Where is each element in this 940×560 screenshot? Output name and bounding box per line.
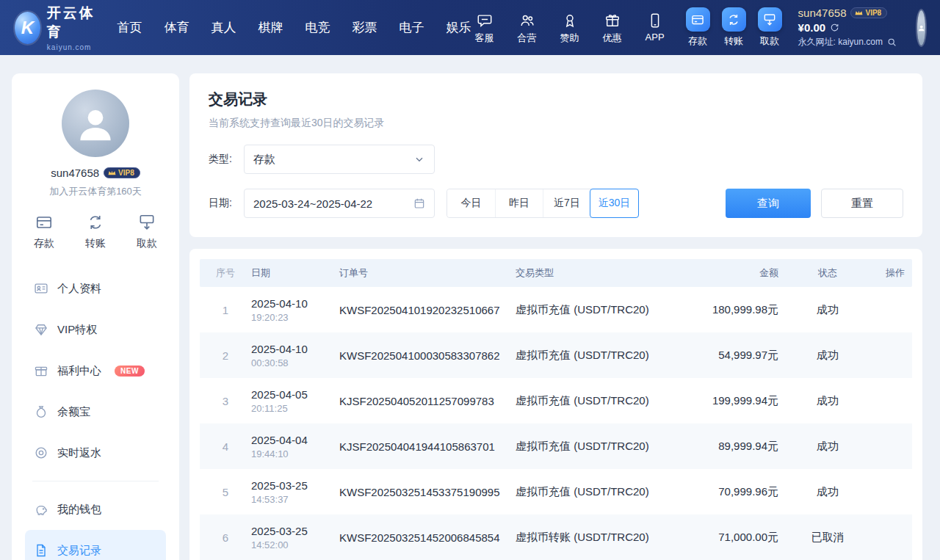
wallet-actions: 存款 转账 取款 [686, 7, 782, 48]
filter-panel: 交易记录 当前系统支持查询最近30日的交易记录 类型: 存款 日期: 2025-… [189, 73, 922, 237]
nav-home[interactable]: 首页 [118, 19, 142, 36]
chat-bubble-icon [477, 11, 493, 29]
sidebar-item-yuebao[interactable]: 余额宝 [25, 391, 166, 432]
menu-label: 余额宝 [57, 405, 90, 419]
cell-amount: 54,999.97元 [681, 349, 787, 363]
menu-label: 个人资料 [57, 282, 101, 296]
main-nav: 首页 体育 真人 棋牌 电竞 彩票 电子 娱乐 [118, 19, 471, 36]
cell-no: 1 [200, 304, 251, 316]
date-filter-label: 日期: [209, 197, 244, 210]
table-row: 5 2025-03-25 14:53:37 KWSF20250325145337… [200, 469, 912, 514]
range-7days-button[interactable]: 近7日 [543, 189, 590, 217]
type-filter-label: 类型: [209, 153, 244, 166]
logo[interactable]: K 开云体育 kaiyun.com [15, 4, 98, 51]
col-header-action: 操作 [868, 266, 912, 280]
divider [32, 481, 159, 481]
cell-no: 6 [200, 531, 251, 544]
nav-esports[interactable]: 电竞 [306, 19, 330, 36]
page-body: sun47658 VIP8 加入开云体育第160天 存款 转账 [0, 55, 940, 560]
nav-chess[interactable]: 棋牌 [258, 19, 283, 36]
logo-domain: kaiyun.com [47, 43, 98, 51]
withdraw-icon [137, 213, 156, 232]
cell-amount: 71,000.00元 [681, 531, 787, 545]
sidebar-item-profile[interactable]: 个人资料 [25, 268, 166, 309]
quick-link-sponsor[interactable]: 赞助 [557, 11, 583, 45]
permanent-url: 永久网址: kaiyun.com [798, 36, 883, 48]
sidebar-menu: 个人资料 VIP特权 福利中心 NEW 余额宝 [22, 263, 169, 560]
transfer-shortcut[interactable]: 转账 [85, 213, 106, 250]
sidebar-item-vip[interactable]: VIP特权 [25, 309, 166, 350]
sidebar: sun47658 VIP8 加入开云体育第160天 存款 转账 [12, 73, 179, 560]
crown-icon [855, 10, 863, 16]
transfer-button[interactable]: 转账 [722, 7, 746, 48]
cell-no: 2 [200, 349, 251, 362]
quick-link-partners[interactable]: 合营 [514, 11, 540, 45]
shortcut-label: 存款 [34, 237, 54, 250]
main-content: 交易记录 当前系统支持查询最近30日的交易记录 类型: 存款 日期: 2025-… [189, 73, 922, 560]
partners-icon [519, 11, 535, 29]
menu-label: 实时返水 [57, 446, 101, 460]
type-select[interactable]: 存款 [244, 145, 435, 174]
transactions-table: 序号 日期 订单号 交易类型 金额 状态 操作 1 2025-04-10 19:… [189, 249, 922, 560]
cell-date: 2025-04-05 20:11:25 [251, 388, 339, 414]
nav-entertainment[interactable]: 娱乐 [446, 19, 471, 36]
menu-label: 我的钱包 [57, 503, 101, 517]
quick-links: 客服 合营 赞助 优惠 APP [471, 11, 668, 45]
sidebar-item-wallet[interactable]: 我的钱包 [25, 489, 166, 530]
gift-icon [34, 363, 48, 378]
type-select-value: 存款 [253, 153, 413, 167]
cell-no: 3 [200, 395, 251, 407]
col-header-date: 日期 [251, 266, 339, 280]
withdraw-icon [758, 7, 782, 32]
refresh-balance-icon[interactable] [830, 23, 839, 32]
deposit-icon [35, 213, 54, 232]
query-button[interactable]: 查询 [726, 189, 811, 218]
nav-sports[interactable]: 体育 [164, 19, 189, 36]
nav-slots[interactable]: 电子 [400, 19, 424, 36]
search-icon[interactable] [887, 37, 897, 47]
quick-link-app[interactable]: APP [642, 11, 668, 45]
range-today-button[interactable]: 今日 [447, 189, 495, 217]
deposit-button[interactable]: 存款 [686, 7, 710, 48]
rebate-coin-icon [34, 446, 48, 460]
deposit-shortcut[interactable]: 存款 [34, 213, 54, 250]
vip-badge: VIP8 [850, 7, 887, 18]
cell-order: KWSF202503251452006845854 [339, 531, 516, 544]
avatar[interactable] [917, 10, 925, 46]
shortcut-label: 取款 [137, 237, 157, 250]
range-30days-button[interactable]: 近30日 [590, 189, 639, 218]
table-row: 6 2025-03-25 14:52:00 KWSF20250325145200… [200, 514, 912, 560]
date-range-value: 2025-03-24~2025-04-22 [253, 197, 413, 210]
cell-amount: 70,999.96元 [681, 485, 787, 499]
sidebar-item-transactions[interactable]: 交易记录 [25, 530, 166, 560]
cell-status: 成功 [787, 349, 868, 363]
nav-lottery[interactable]: 彩票 [352, 19, 377, 36]
cell-status: 成功 [787, 303, 868, 317]
cell-no: 4 [200, 440, 251, 453]
person-silhouette-icon [73, 101, 118, 146]
cell-date: 2025-04-10 19:20:23 [251, 297, 339, 323]
page-title: 交易记录 [209, 90, 903, 109]
reset-button[interactable]: 重置 [821, 189, 903, 218]
col-header-status: 状态 [787, 266, 868, 280]
piggy-bank-icon [34, 502, 48, 517]
col-header-no: 序号 [200, 266, 251, 280]
quick-link-service[interactable]: 客服 [471, 11, 498, 45]
withdraw-button[interactable]: 取款 [758, 7, 782, 48]
nav-live-casino[interactable]: 真人 [212, 19, 236, 36]
quick-link-promo[interactable]: 优惠 [599, 11, 626, 45]
avatar[interactable] [62, 90, 129, 157]
sidebar-item-rebate[interactable]: 实时返水 [25, 432, 166, 473]
vip-gem-icon [34, 322, 48, 337]
transfer-icon [86, 213, 105, 232]
user-info[interactable]: sun47658 VIP8 ¥0.00 永久网址: kaiyun.com [798, 7, 908, 48]
wallet-shortcuts: 存款 转账 取款 [22, 198, 169, 263]
username: sun47658 [51, 167, 99, 179]
withdraw-shortcut[interactable]: 取款 [137, 213, 157, 250]
cell-status: 成功 [787, 440, 868, 454]
deposit-icon [686, 7, 710, 32]
sidebar-item-rewards[interactable]: 福利中心 NEW [25, 350, 166, 391]
date-range-input[interactable]: 2025-03-24~2025-04-22 [244, 189, 435, 218]
range-yesterday-button[interactable]: 昨日 [495, 189, 543, 217]
col-header-order: 订单号 [339, 266, 516, 280]
